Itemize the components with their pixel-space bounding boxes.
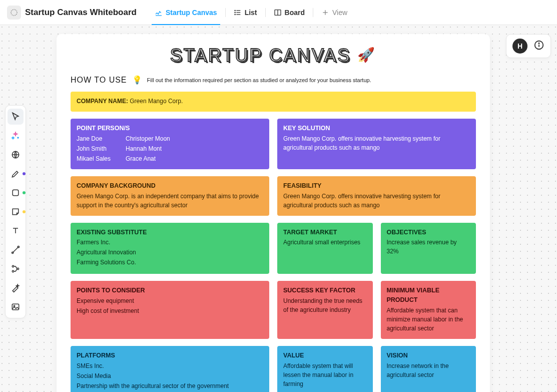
pen-tool[interactable] (8, 166, 24, 182)
person: John Smith (77, 144, 111, 153)
person: Hannah Mont (126, 144, 170, 153)
howto-label: HOW TO USE (71, 76, 127, 85)
side-toolbar (5, 105, 26, 318)
card-title: FEASIBILITY (283, 181, 470, 191)
person: Mikael Sales (77, 154, 111, 163)
svg-rect-12 (13, 190, 19, 196)
user-avatar[interactable]: H (512, 39, 527, 54)
ai-sparkle-tool[interactable] (8, 128, 24, 144)
card-body: Affordable system that can minimize manu… (387, 306, 470, 333)
card-title: KEY SOLUTION (283, 124, 470, 133)
note-color-indicator (23, 210, 26, 213)
svg-point-16 (12, 270, 14, 272)
card-title: OBJECTIVES (387, 228, 470, 237)
tab-add-view[interactable]: View (316, 0, 352, 25)
card-title: TARGET MARKET (283, 228, 367, 237)
card-success-key-factor[interactable]: SUCCESS KEY FACTOR Understanding the tru… (277, 281, 373, 339)
lightbulb-icon: 💡 (132, 75, 142, 85)
person: Grace Anat (126, 154, 170, 163)
pointer-tool[interactable] (8, 109, 24, 125)
card-point-persons[interactable]: POINT PERSON/S Jane Doe John Smith Mikae… (71, 119, 269, 169)
card-body: Understanding the true needs of the agri… (283, 296, 367, 314)
divider (225, 8, 226, 17)
card-value[interactable]: VALUE Affordable system that will lessen… (277, 346, 373, 392)
info-icon[interactable] (533, 40, 544, 53)
list-item: Partnership with the agricultural sector… (77, 381, 263, 390)
top-bar: Startup Canvas Whiteboard Startup Canvas… (0, 0, 557, 25)
shape-tool[interactable] (8, 185, 24, 201)
sticky-note-tool[interactable] (8, 204, 24, 220)
connector-tool[interactable] (8, 242, 24, 258)
view-tabs: Startup Canvas List Board View (150, 0, 352, 25)
card-body: Green Mango Corp. is an independent comp… (77, 192, 263, 210)
card-company-background[interactable]: COMPANY BACKGROUND Green Mango Corp. is … (71, 176, 269, 216)
card-body: Increase network in the agricultural sec… (387, 361, 470, 379)
image-tool[interactable] (8, 299, 24, 315)
tab-label: View (332, 9, 347, 17)
tab-board[interactable]: Board (269, 0, 310, 25)
svg-rect-18 (12, 304, 19, 310)
company-name-value: Green Mango Corp. (130, 98, 183, 105)
shape-color-indicator (23, 191, 26, 194)
magic-tool[interactable] (8, 280, 24, 296)
card-title: MINIMUM VIABLE PRODUCT (387, 286, 470, 305)
card-body: Green Mango Corp. offers innovative harv… (283, 134, 470, 152)
card-existing-substitute[interactable]: EXISTING SUBSTITUTE Farmers Inc. Agricul… (71, 223, 269, 274)
canvas-area[interactable]: STARTUP CANVAS 🚀 HOW TO USE 💡 Fill out t… (57, 34, 490, 392)
card-title: POINT PERSON/S (77, 124, 263, 133)
list-item: Farming Solutions Co. (77, 258, 263, 267)
card-points-to-consider[interactable]: POINTS TO CONSIDER Expensive equipment H… (71, 281, 269, 339)
card-company-name[interactable]: COMPANY NAME: Green Mango Corp. (71, 92, 476, 112)
card-title: VALUE (283, 351, 367, 360)
svg-point-17 (17, 268, 19, 269)
doc-icon[interactable] (7, 6, 21, 20)
person: Christoper Moon (126, 134, 170, 143)
card-title: EXISTING SUBSTITUTE (77, 228, 263, 237)
card-body: Agricultural small enterprises (283, 238, 367, 247)
svg-point-6 (235, 14, 235, 15)
diagram-tool[interactable] (8, 261, 24, 277)
company-name-label: COMPANY NAME: (77, 98, 128, 105)
divider (313, 8, 313, 17)
pen-color-indicator (23, 172, 26, 175)
card-body: Affordable system that will lessen the m… (283, 361, 367, 388)
svg-point-5 (235, 12, 235, 13)
web-tool[interactable] (8, 147, 24, 163)
text-tool[interactable] (8, 223, 24, 239)
svg-point-15 (12, 265, 14, 267)
card-mvp[interactable]: MINIMUM VIABLE PRODUCT Affordable system… (381, 281, 476, 339)
canvas-title: STARTUP CANVAS 🚀 (71, 45, 476, 66)
card-body: Increase sales revenue by 32% (387, 238, 470, 256)
tab-label: Startup Canvas (166, 9, 217, 17)
person: Jane Doe (77, 134, 111, 143)
tab-startup-canvas[interactable]: Startup Canvas (150, 0, 222, 25)
card-title: POINTS TO CONSIDER (77, 286, 263, 295)
card-title: SUCCESS KEY FACTOR (283, 286, 367, 295)
card-title: PLATFORMS (77, 351, 263, 360)
list-item: High cost of investment (77, 306, 263, 315)
card-objectives[interactable]: OBJECTIVES Increase sales revenue by 32% (381, 223, 476, 274)
howto-text: Fill out the information required per se… (147, 77, 371, 83)
card-platforms[interactable]: PLATFORMS SMEs Inc. Social Media Partner… (71, 346, 269, 392)
tab-label: Board (285, 9, 305, 17)
canvas-title-text: STARTUP CANVAS (170, 45, 351, 66)
svg-point-22 (538, 43, 539, 44)
list-item: Expensive equipment (77, 296, 263, 305)
workspace: H STARTUP CANVAS 🚀 HOW TO USE 💡 Fill out… (0, 25, 557, 392)
card-feasibility[interactable]: FEASIBILITY Green Mango Corp. offers inn… (277, 176, 476, 216)
list-item: Social Media (77, 371, 263, 380)
tab-list[interactable]: List (229, 0, 262, 25)
card-title: COMPANY BACKGROUND (77, 181, 263, 191)
card-body: Green Mango Corp. offers innovative harv… (283, 192, 470, 210)
list-item: Farmers Inc. (77, 238, 263, 247)
list-item: Agricultural Innovation (77, 248, 263, 257)
card-vision[interactable]: VISION Increase network in the agricultu… (381, 346, 476, 392)
card-target-market[interactable]: TARGET MARKET Agricultural small enterpr… (277, 223, 373, 274)
howto-row: HOW TO USE 💡 Fill out the information re… (71, 75, 476, 85)
doc-title[interactable]: Startup Canvas Whiteboard (25, 8, 137, 18)
card-key-solution[interactable]: KEY SOLUTION Green Mango Corp. offers in… (277, 119, 476, 169)
presence-bar: H (506, 34, 551, 58)
svg-point-4 (235, 10, 235, 11)
rocket-icon: 🚀 (357, 47, 376, 63)
svg-point-0 (11, 10, 17, 16)
